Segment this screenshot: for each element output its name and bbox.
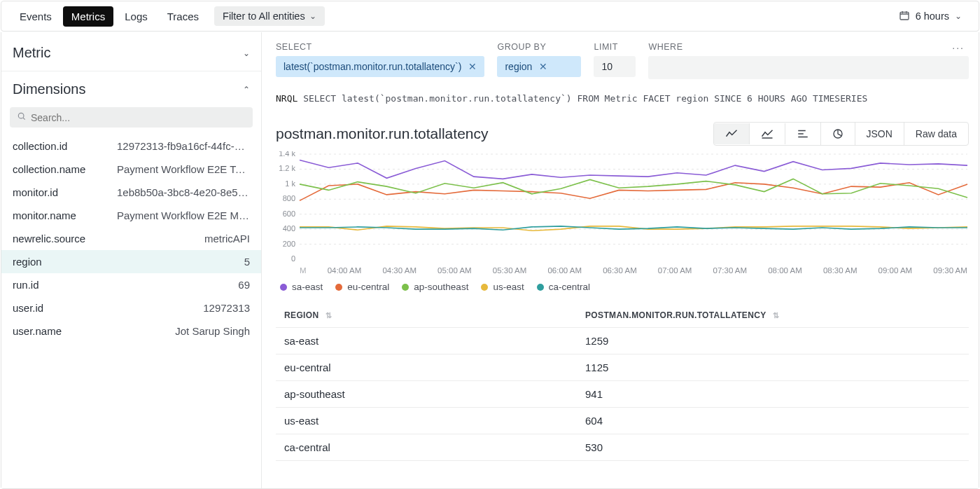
x-tick: 04:00 AM	[328, 266, 362, 275]
tab-events[interactable]: Events	[11, 6, 60, 27]
dimensions-list: collection.id12972313-fb9a16cf-44fc-4b9.…	[1, 135, 261, 348]
view-line-chart[interactable]	[714, 123, 749, 144]
dimension-row[interactable]: user.nameJot Sarup Singh	[1, 319, 261, 343]
x-tick: 08:30 AM	[823, 266, 858, 275]
x-tick: 07:30 AM	[713, 266, 748, 275]
x-tick: 09:00 AM	[878, 266, 913, 275]
tab-logs[interactable]: Logs	[116, 6, 156, 27]
x-tick: 06:30 AM	[603, 266, 637, 275]
dimensions-header-label: Dimensions	[13, 81, 85, 97]
more-menu-button[interactable]: ···	[948, 39, 969, 56]
nrql-text: NRQL SELECT latest(`postman.monitor.run.…	[276, 93, 969, 104]
dimension-row[interactable]: monitor.namePayment Workflow E2E Mon...	[1, 204, 261, 227]
dimension-value: 69	[238, 279, 250, 291]
view-area-chart[interactable]	[749, 123, 785, 144]
dimension-row[interactable]: monitor.id1eb8b50a-3bc8-4e20-8e51-0...	[1, 181, 261, 204]
x-tick: 06:00 AM	[547, 266, 582, 275]
svg-text:1 k: 1 k	[285, 179, 295, 188]
nrql-body: SELECT latest(`postman.monitor.run.total…	[303, 93, 867, 104]
series-line	[300, 179, 967, 198]
chart-header: postman.monitor.run.totallatency JSON Ra…	[276, 122, 969, 146]
x-tick: 09:30 AM	[933, 266, 967, 275]
dimension-row[interactable]: region5	[1, 250, 261, 273]
legend-swatch	[335, 284, 342, 291]
dimension-name: newrelic.source	[13, 233, 85, 245]
dimension-value: Payment Workflow E2E Mon...	[117, 209, 250, 221]
where-input[interactable]	[648, 56, 969, 79]
metric-section-header[interactable]: Metric ⌄	[1, 32, 261, 71]
cell-region: ap-southeast	[284, 388, 585, 400]
select-label: SELECT	[276, 42, 484, 52]
sort-icon: ⇅	[773, 311, 779, 319]
select-chip-text: latest(`postman.monitor.run.totallatency…	[284, 61, 461, 72]
dimension-row[interactable]: collection.namePayment Workflow E2E Test…	[1, 158, 261, 181]
dimension-value: 12972313	[203, 302, 250, 314]
view-pie-chart[interactable]	[820, 123, 855, 145]
time-range-dropdown[interactable]: 6 hours ⌄	[892, 6, 969, 27]
nrql-prefix: NRQL	[276, 93, 298, 104]
view-bar-chart[interactable]	[785, 123, 820, 144]
content: ··· SELECT latest(`postman.monitor.run.t…	[262, 32, 979, 488]
view-raw-data[interactable]: Raw data	[904, 123, 968, 145]
cell-value: 1259	[585, 335, 960, 347]
col-latency-header[interactable]: POSTMAN.MONITOR.RUN.TOTALLATENCY ⇅	[585, 310, 960, 320]
dimension-value: metricAPI	[204, 233, 250, 245]
legend-swatch	[481, 284, 488, 291]
metric-header-label: Metric	[13, 45, 50, 61]
dimension-row[interactable]: newrelic.sourcemetricAPI	[1, 227, 261, 250]
table-row[interactable]: ap-southeast941	[276, 381, 969, 408]
close-icon[interactable]: ✕	[468, 61, 477, 72]
dimension-row[interactable]: user.id12972313	[1, 296, 261, 319]
dimension-name: user.id	[13, 302, 43, 314]
svg-rect-0	[900, 12, 909, 20]
legend-item[interactable]: ap-southeast	[402, 282, 468, 292]
limit-input[interactable]: 10	[594, 56, 636, 77]
legend-swatch	[537, 284, 544, 291]
cell-value: 941	[585, 388, 960, 400]
dimension-name: monitor.id	[13, 186, 58, 198]
table-row[interactable]: us-east604	[276, 408, 969, 434]
dimension-value: 1eb8b50a-3bc8-4e20-8e51-0...	[117, 186, 250, 198]
line-chart-svg: 1.4 k1.2 k1 k8006004002000	[276, 151, 969, 263]
filter-entities-dropdown[interactable]: Filter to All entities ⌄	[214, 6, 325, 26]
dimension-name: region	[13, 256, 42, 268]
legend-label: sa-east	[292, 282, 323, 292]
x-tick: 07:00 AM	[658, 266, 692, 275]
tab-metrics[interactable]: Metrics	[63, 6, 113, 27]
col-region-header[interactable]: REGION ⇅	[284, 310, 585, 320]
dimension-name: collection.id	[13, 140, 67, 152]
chevron-down-icon: ⌄	[955, 11, 962, 21]
results-table: REGION ⇅ POSTMAN.MONITOR.RUN.TOTALLATENC…	[276, 303, 969, 461]
chevron-down-icon: ⌄	[309, 11, 316, 21]
view-json[interactable]: JSON	[855, 123, 904, 145]
legend-item[interactable]: sa-east	[280, 282, 323, 292]
dimensions-section-header[interactable]: Dimensions ⌃	[1, 71, 261, 107]
groupby-chip[interactable]: region ✕	[497, 56, 581, 77]
dimension-row[interactable]: collection.id12972313-fb9a16cf-44fc-4b9.…	[1, 135, 261, 158]
limit-label: LIMIT	[594, 42, 636, 52]
search-input[interactable]	[31, 112, 246, 123]
svg-text:1.2 k: 1.2 k	[279, 164, 295, 172]
series-line	[300, 160, 967, 179]
chart-title: postman.monitor.run.totallatency	[276, 125, 713, 142]
table-row[interactable]: ca-central530	[276, 434, 969, 461]
cell-value: 604	[585, 415, 960, 427]
legend-item[interactable]: ca-central	[537, 282, 590, 292]
x-tick: 05:30 AM	[493, 266, 527, 275]
close-icon[interactable]: ✕	[539, 61, 547, 72]
tab-traces[interactable]: Traces	[159, 6, 207, 27]
chevron-up-icon: ⌃	[243, 85, 250, 95]
where-label: WHERE	[648, 42, 969, 52]
svg-text:600: 600	[283, 209, 295, 218]
dimensions-search[interactable]	[10, 107, 253, 128]
sort-icon: ⇅	[326, 311, 332, 319]
dimension-row[interactable]: run.id69	[1, 273, 261, 296]
filter-label: Filter to All entities	[223, 11, 305, 22]
legend-item[interactable]: us-east	[481, 282, 524, 292]
svg-text:800: 800	[283, 194, 295, 202]
select-chip[interactable]: latest(`postman.monitor.run.totallatency…	[276, 56, 484, 77]
chart-x-axis: M04:00 AM04:30 AM05:00 AM05:30 AM06:00 A…	[276, 266, 969, 275]
table-row[interactable]: sa-east1259	[276, 328, 969, 354]
legend-item[interactable]: eu-central	[335, 282, 389, 292]
table-row[interactable]: eu-central1125	[276, 354, 969, 381]
